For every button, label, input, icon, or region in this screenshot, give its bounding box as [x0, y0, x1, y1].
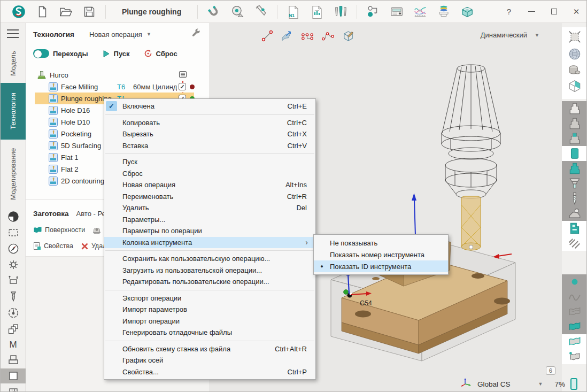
show-marked-faces-button[interactable] [562, 349, 587, 364]
operation-checkbox[interactable]: ✓ [179, 83, 186, 90]
menu-item[interactable]: Генерировать отладочные файлы [104, 327, 315, 339]
show-scratches-button[interactable] [562, 236, 587, 251]
cabinet-icon[interactable] [1, 386, 26, 392]
wireframe-view-button[interactable] [562, 79, 587, 94]
draw-surface-button[interactable] [281, 29, 294, 42]
menu-item[interactable]: ВырезатьCtrl+X [104, 128, 315, 140]
process-flow-button[interactable] [366, 5, 380, 19]
menu-item[interactable]: Редактировать пользовательские операции.… [104, 276, 315, 288]
new-operation-dropdown[interactable]: Новая операция [89, 30, 142, 39]
menu-item[interactable]: ПереименоватьCtrl+R [104, 191, 315, 203]
menu-item[interactable]: УдалитьDel [104, 202, 315, 214]
open-file-button[interactable] [59, 5, 73, 19]
menu-item[interactable]: Пуск [104, 156, 315, 168]
menu-item[interactable]: Параметры... [104, 214, 315, 226]
submenu-item[interactable]: ●Показать ID инструмента [314, 260, 448, 272]
menu-item[interactable]: Новая операцияAlt+Ins [104, 179, 315, 191]
show-faces-button[interactable] [562, 334, 587, 349]
run-button[interactable]: Пуск [102, 50, 130, 58]
new-file-button[interactable] [35, 5, 49, 19]
settings-gear-icon[interactable] [1, 257, 26, 272]
show-surfaces-button[interactable] [562, 319, 587, 334]
statistics-button[interactable] [310, 5, 324, 19]
show-holder-outline-button[interactable] [562, 101, 587, 116]
menu-item[interactable]: Импорт параметров [104, 304, 315, 316]
draw-spline-button[interactable] [321, 29, 335, 42]
axes-graph-button[interactable] [413, 5, 427, 19]
show-tool-in-holder-button[interactable] [562, 131, 587, 146]
nc-program-button[interactable]: N1 [287, 5, 300, 19]
layers-icon[interactable] [1, 321, 26, 336]
main-menu-icon[interactable] [7, 29, 19, 38]
menu-item[interactable]: Экспорт операции [104, 293, 315, 304]
tool-icon[interactable] [1, 289, 26, 304]
workspace-square-icon[interactable] [1, 368, 26, 383]
show-wireframe-surfaces-button[interactable] [562, 304, 587, 319]
machine-part-icon[interactable] [1, 352, 26, 367]
show-machine-bed-button[interactable] [562, 206, 587, 221]
show-cutting-part-button[interactable] [562, 146, 587, 161]
show-stepped-tool-button[interactable] [562, 176, 587, 191]
snap-magnet-button[interactable] [207, 5, 221, 19]
surfaces-button[interactable]: Поверхности [33, 226, 85, 234]
menu-item[interactable]: ✓ВключенаCtrl+E [104, 101, 315, 112]
submenu-item[interactable]: Не показывать [314, 237, 448, 249]
draw-polyline-button[interactable] [301, 29, 314, 42]
machine-row[interactable]: Hurco [26, 69, 209, 81]
gauge-icon[interactable] [1, 305, 26, 320]
simulation-button[interactable] [460, 5, 474, 19]
tool-library-button[interactable] [334, 5, 347, 19]
zoom-window-button[interactable] [562, 29, 587, 44]
transitions-toggle[interactable]: Переходы [33, 49, 88, 58]
menu-item[interactable]: Свойства...Ctrl+P [104, 366, 315, 378]
show-full-tool-button[interactable] [562, 161, 587, 176]
tool-column-header-icon[interactable] [179, 70, 188, 81]
menu-item[interactable]: КопироватьCtrl+C [104, 117, 315, 129]
properties-button[interactable]: Свойства [33, 242, 73, 250]
postprocess-button[interactable] [437, 5, 451, 19]
reset-button[interactable]: Сброс [144, 49, 177, 58]
menu-item[interactable]: Сохранить как пользовательскую операцию.… [104, 253, 315, 265]
render-mode-icon[interactable] [1, 209, 26, 224]
menu-item[interactable]: Обновить схему станка из файлаCtrl+Alt+R [104, 343, 315, 355]
menu-item[interactable]: Загрузить из пользовательской операции..… [104, 265, 315, 276]
view-mode-dropdown[interactable]: Динамический▼ [481, 31, 539, 39]
close-button[interactable]: ✕ [568, 4, 584, 19]
save-button[interactable] [82, 5, 96, 19]
chevron-down-icon[interactable]: ▼ [538, 381, 543, 387]
caliper-button[interactable] [254, 5, 268, 19]
show-curves-button[interactable] [562, 289, 587, 304]
toggle-on-icon[interactable] [33, 49, 49, 58]
minimize-button[interactable] [523, 4, 539, 19]
menu-item[interactable]: Колонка инструмента› [104, 237, 315, 249]
tab-technology[interactable]: Технология [1, 83, 26, 140]
tab-modeling[interactable]: Моделирование [1, 141, 26, 207]
menu-item[interactable]: Сброс [104, 168, 315, 180]
workpiece-setup-icon[interactable] [1, 273, 26, 288]
menu-item[interactable]: Параметры по операции [104, 225, 315, 237]
tab-model[interactable]: Модель [1, 44, 26, 83]
macro-icon[interactable]: M [1, 337, 26, 352]
show-holder-shaded-button[interactable] [562, 116, 587, 131]
measure-tape-button[interactable] [230, 5, 244, 19]
menu-item[interactable]: Импорт операции [104, 316, 315, 327]
selection-marquee-icon[interactable] [1, 225, 26, 240]
navigation-compass-icon[interactable] [1, 241, 26, 256]
wrench-icon[interactable] [191, 28, 202, 41]
show-machine-button[interactable] [562, 221, 587, 236]
menu-item[interactable]: ВставкаCtrl+V [104, 140, 315, 152]
chevron-down-icon[interactable]: ▼ [146, 32, 151, 37]
coordinate-system-dropdown[interactable]: Global CS [477, 380, 511, 388]
show-drill-button[interactable] [562, 191, 587, 206]
draw-line-button[interactable] [260, 29, 274, 42]
maximize-button[interactable] [546, 4, 562, 19]
show-points-button[interactable] [562, 274, 587, 289]
edit-model-button[interactable] [342, 29, 355, 42]
menu-item[interactable]: График осей [104, 355, 315, 366]
submenu-item[interactable]: Показать номер инструмента [314, 249, 448, 260]
shaded-sphere-button[interactable] [562, 47, 587, 62]
operation-row[interactable]: Face MillingT660мм Цилиндр✓ [26, 81, 209, 93]
help-button[interactable]: ? [501, 4, 517, 19]
shaded-solid-button[interactable] [562, 63, 587, 78]
calculator-button[interactable] [390, 5, 404, 19]
